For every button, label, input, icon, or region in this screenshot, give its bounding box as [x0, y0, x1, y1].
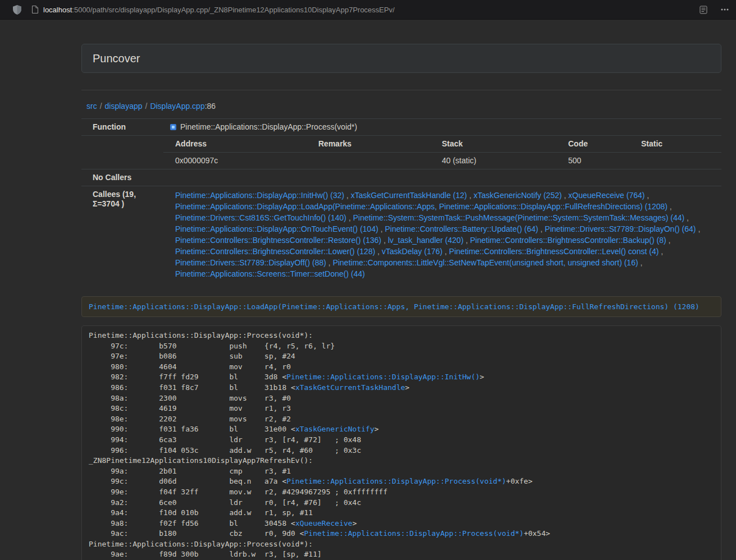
highlighted-symbol-link[interactable]: Pinetime::Applications::DisplayApp::Load…	[89, 302, 700, 311]
toolbar-actions	[700, 6, 729, 14]
callee-link[interactable]: Pinetime::Applications::DisplayApp::Init…	[175, 191, 344, 200]
static-value	[629, 153, 721, 169]
callee-separator: ,	[346, 213, 353, 222]
callee-link[interactable]: Pinetime::Controllers::BrightnessControl…	[175, 247, 375, 256]
callee-separator: ,	[326, 258, 333, 267]
code-value: 500	[556, 153, 629, 169]
callee-link[interactable]: Pinetime::Applications::Screens::Timer::…	[175, 269, 365, 278]
column-header-static: Static	[629, 136, 721, 153]
callee-separator: ,	[375, 247, 382, 256]
metrics-row: Address Remarks Stack Code Static 0x0000…	[81, 136, 721, 169]
callee-separator: ,	[659, 247, 663, 256]
callee-separator: ,	[464, 236, 470, 245]
reader-mode-icon[interactable]	[700, 6, 707, 14]
page-icon	[31, 6, 38, 13]
overflow-menu-icon[interactable]	[721, 8, 729, 11]
symbol-table: Function Pinetime::Applications::Display…	[81, 118, 721, 284]
column-header-code: Code	[556, 136, 629, 153]
browser-chrome: localhost:5000/path/src/displayapp/Displ…	[0, 0, 736, 20]
disasm-symbol-link[interactable]: xTaskGetCurrentTaskHandle	[295, 383, 405, 392]
url-host: localhost	[43, 6, 72, 14]
address-value: 0x0000097c	[163, 153, 307, 169]
url-bar[interactable]: localhost:5000/path/src/displayapp/Displ…	[43, 6, 700, 14]
callee-link[interactable]: lv_task_handler (420)	[388, 236, 464, 245]
callee-separator: ,	[378, 224, 385, 233]
callee-link[interactable]: Pinetime::Controllers::Battery::Update()…	[385, 224, 538, 233]
url-path: :5000/path/src/displayapp/DisplayApp.cpp…	[72, 6, 395, 14]
metrics-table: Address Remarks Stack Code Static 0x0000…	[163, 136, 721, 169]
callee-link[interactable]: vTaskDelay (176)	[382, 247, 442, 256]
breadcrumb-separator: /	[97, 102, 105, 111]
callee-separator: ,	[344, 191, 351, 200]
callee-separator: ,	[644, 191, 649, 200]
disasm-symbol-link[interactable]: Pinetime::Applications::DisplayApp::Init…	[286, 373, 479, 381]
callee-link[interactable]: Pinetime::Controllers::BrightnessControl…	[175, 236, 381, 245]
breadcrumb-line-number: :86	[205, 102, 216, 111]
metrics-values-row: 0x0000097c 40 (static) 500	[163, 153, 721, 169]
callees-row: Callees (19, Σ=3704 ) Pinetime::Applicat…	[81, 186, 721, 284]
callee-separator: ,	[696, 224, 701, 233]
callee-separator: ,	[638, 258, 643, 267]
breadcrumb-separator: /	[143, 102, 150, 111]
page-content: Puncover src/displayapp/DisplayApp.cpp:8…	[81, 20, 721, 560]
callee-link[interactable]: xTaskGenericNotify (252)	[473, 191, 561, 200]
disasm-symbol-link[interactable]: Pinetime::Applications::DisplayApp::Proc…	[286, 477, 506, 485]
callee-link[interactable]: Pinetime::Controllers::BrightnessControl…	[470, 236, 666, 245]
callee-separator: ,	[562, 191, 569, 200]
disassembly: Pinetime::Applications::DisplayApp::Proc…	[81, 325, 721, 560]
disasm-symbol-link[interactable]: Pinetime::Applications::DisplayApp::Proc…	[304, 529, 524, 538]
callee-separator: ,	[381, 236, 388, 245]
function-row: Function Pinetime::Applications::Display…	[81, 119, 721, 136]
callee-separator: ,	[668, 202, 672, 211]
column-header-address: Address	[163, 136, 307, 153]
divider	[81, 90, 721, 90]
no-callers-label: No Callers	[81, 169, 163, 186]
stack-value: 40 (static)	[430, 153, 556, 169]
callee-link[interactable]: Pinetime::Applications::DisplayApp::OnTo…	[175, 224, 378, 233]
callee-link[interactable]: Pinetime::Drivers::St7789::DisplayOn() (…	[545, 224, 696, 233]
callees-label: Callees (19, Σ=3704 )	[81, 186, 163, 284]
page-title: Puncover	[93, 52, 140, 65]
callee-link[interactable]: Pinetime::Drivers::Cst816S::GetTouchInfo…	[175, 213, 346, 222]
callee-separator: ,	[684, 213, 689, 222]
callee-separator: ,	[442, 247, 449, 256]
breadcrumb-links: src/displayapp/DisplayApp.cpp	[86, 102, 205, 111]
function-name: Pinetime::Applications::DisplayApp::Proc…	[180, 122, 357, 132]
callee-separator: ,	[467, 191, 474, 200]
callee-link[interactable]: Pinetime::System::SystemTask::PushMessag…	[353, 213, 685, 222]
app-header: Puncover	[81, 44, 721, 73]
highlighted-symbol: Pinetime::Applications::DisplayApp::Load…	[81, 296, 721, 317]
column-header-stack: Stack	[430, 136, 556, 153]
metrics-row-label	[81, 136, 163, 169]
function-label: Function	[81, 119, 163, 136]
shield-icon[interactable]	[13, 5, 21, 15]
disasm-symbol-link[interactable]: xQueueReceive	[295, 519, 353, 527]
disasm-symbol-link[interactable]: xTaskGenericNotify	[295, 425, 374, 433]
breadcrumb-link[interactable]: DisplayApp.cpp	[150, 102, 204, 111]
callee-link[interactable]: Pinetime::Drivers::St7789::DisplayOff() …	[175, 258, 326, 267]
breadcrumb-link[interactable]: src	[86, 102, 97, 111]
callee-link[interactable]: xTaskGetCurrentTaskHandle (12)	[351, 191, 467, 200]
breadcrumb: src/displayapp/DisplayApp.cpp:86	[81, 102, 721, 111]
callee-link[interactable]: Pinetime::Applications::DisplayApp::Load…	[175, 202, 668, 211]
callee-link[interactable]: xQueueReceive (764)	[568, 191, 644, 200]
callee-separator: ,	[666, 236, 671, 245]
callee-link[interactable]: Pinetime::Controllers::BrightnessControl…	[449, 247, 659, 256]
remarks-value	[307, 153, 430, 169]
method-icon	[170, 123, 177, 131]
no-callers-row: No Callers	[81, 169, 721, 186]
callee-link[interactable]: Pinetime::Components::LittleVgl::SetNewT…	[333, 258, 638, 267]
breadcrumb-link[interactable]: displayapp	[105, 102, 143, 111]
callee-separator: ,	[538, 224, 545, 233]
column-header-remarks: Remarks	[307, 136, 430, 153]
callees-list: Pinetime::Applications::DisplayApp::Init…	[163, 186, 721, 284]
